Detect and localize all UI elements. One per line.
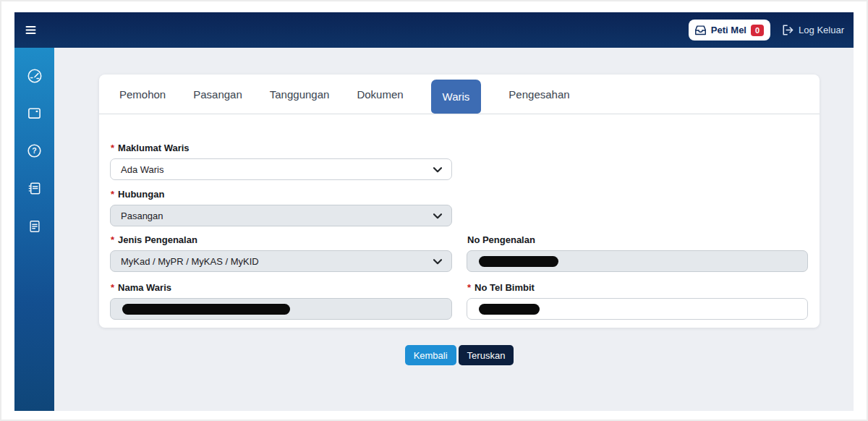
required-marker: * bbox=[111, 282, 114, 293]
notebook-icon bbox=[27, 181, 42, 196]
kembali-button[interactable]: Kembali bbox=[405, 345, 456, 365]
tab-bar: Pemohon Pasangan Tanggungan Dokumen Wari… bbox=[99, 75, 820, 114]
chevron-down-icon bbox=[433, 259, 442, 265]
peti-mel-badge: 0 bbox=[751, 25, 764, 36]
required-marker: * bbox=[111, 189, 114, 200]
field-hubungan: *Hubungan Pasangan bbox=[110, 189, 452, 226]
nama-waris-input bbox=[110, 298, 452, 320]
top-navigation-bar: Peti Mel 0 Log Keluar bbox=[14, 12, 854, 48]
redacted-value bbox=[479, 304, 540, 315]
field-nama-waris: *Nama Waris bbox=[110, 282, 452, 320]
jenis-pengenalan-select[interactable]: MyKad / MyPR / MyKAS / MyKID bbox=[110, 250, 452, 272]
jenis-pengenalan-label: *Jenis Pengenalan bbox=[111, 234, 452, 245]
tab-waris[interactable]: Waris bbox=[431, 80, 482, 114]
hubungan-select[interactable]: Pasangan bbox=[110, 205, 452, 226]
required-marker: * bbox=[467, 282, 471, 293]
no-pengenalan-label: No Pengenalan bbox=[467, 234, 808, 245]
log-keluar-button[interactable]: Log Keluar bbox=[782, 25, 844, 35]
sidebar-item-calendar[interactable] bbox=[27, 106, 43, 121]
app-window: Peti Mel 0 Log Keluar bbox=[14, 12, 854, 411]
field-no-pengenalan: No Pengenalan bbox=[467, 234, 808, 272]
field-jenis-pengenalan: *Jenis Pengenalan MyKad / MyPR / MyKAS /… bbox=[110, 234, 452, 272]
chevron-down-icon bbox=[433, 213, 442, 219]
nama-waris-label: *Nama Waris bbox=[111, 282, 452, 293]
tab-tanggungan[interactable]: Tanggungan bbox=[270, 88, 330, 101]
chevron-down-icon bbox=[433, 167, 442, 173]
main-content: Pemohon Pasangan Tanggungan Dokumen Wari… bbox=[54, 48, 854, 411]
field-no-tel-bimbit: *No Tel Bimbit bbox=[467, 282, 808, 320]
log-keluar-label: Log Keluar bbox=[799, 25, 844, 35]
no-tel-bimbit-label: *No Tel Bimbit bbox=[467, 282, 808, 293]
redacted-value bbox=[122, 304, 290, 315]
teruskan-button[interactable]: Teruskan bbox=[459, 345, 514, 365]
document-icon bbox=[27, 219, 42, 234]
tab-pengesahan[interactable]: Pengesahan bbox=[509, 88, 569, 101]
sidebar-item-document[interactable] bbox=[27, 218, 43, 234]
hubungan-value: Pasangan bbox=[121, 210, 163, 221]
sidebar-navigation: ? bbox=[14, 48, 54, 411]
required-marker: * bbox=[111, 234, 114, 245]
hamburger-icon bbox=[25, 25, 36, 35]
maklumat-waris-value: Ada Waris bbox=[121, 164, 163, 175]
svg-text:?: ? bbox=[32, 146, 36, 155]
field-maklumat-waris: *Maklumat Waris Ada Waris bbox=[110, 143, 452, 180]
redacted-value bbox=[479, 256, 558, 267]
tab-pemohon[interactable]: Pemohon bbox=[119, 88, 166, 101]
gauge-icon bbox=[27, 68, 43, 84]
logout-icon bbox=[782, 25, 793, 35]
form-actions: Kembali Teruskan bbox=[99, 345, 820, 365]
help-icon: ? bbox=[27, 143, 42, 158]
no-pengenalan-input bbox=[467, 250, 808, 272]
form-card: Pemohon Pasangan Tanggungan Dokumen Wari… bbox=[99, 75, 820, 328]
tab-dokumen[interactable]: Dokumen bbox=[357, 88, 403, 101]
sidebar-item-notebook[interactable] bbox=[27, 181, 43, 196]
sidebar-item-dashboard[interactable] bbox=[27, 68, 43, 83]
calendar-icon bbox=[27, 106, 42, 121]
peti-mel-button[interactable]: Peti Mel 0 bbox=[689, 20, 770, 41]
tab-pasangan[interactable]: Pasangan bbox=[193, 88, 242, 101]
mailbox-icon bbox=[694, 25, 707, 36]
no-tel-bimbit-input[interactable] bbox=[467, 298, 808, 320]
sidebar-item-help[interactable]: ? bbox=[27, 143, 43, 158]
peti-mel-label: Peti Mel bbox=[711, 25, 746, 35]
jenis-pengenalan-value: MyKad / MyPR / MyKAS / MyKID bbox=[121, 256, 259, 267]
maklumat-waris-select[interactable]: Ada Waris bbox=[110, 158, 452, 180]
hubungan-label: *Hubungan bbox=[111, 189, 452, 200]
maklumat-waris-label: *Maklumat Waris bbox=[111, 143, 452, 153]
menu-toggle-button[interactable] bbox=[22, 22, 38, 38]
topbar-right-group: Peti Mel 0 Log Keluar bbox=[689, 20, 844, 41]
required-marker: * bbox=[111, 143, 114, 153]
